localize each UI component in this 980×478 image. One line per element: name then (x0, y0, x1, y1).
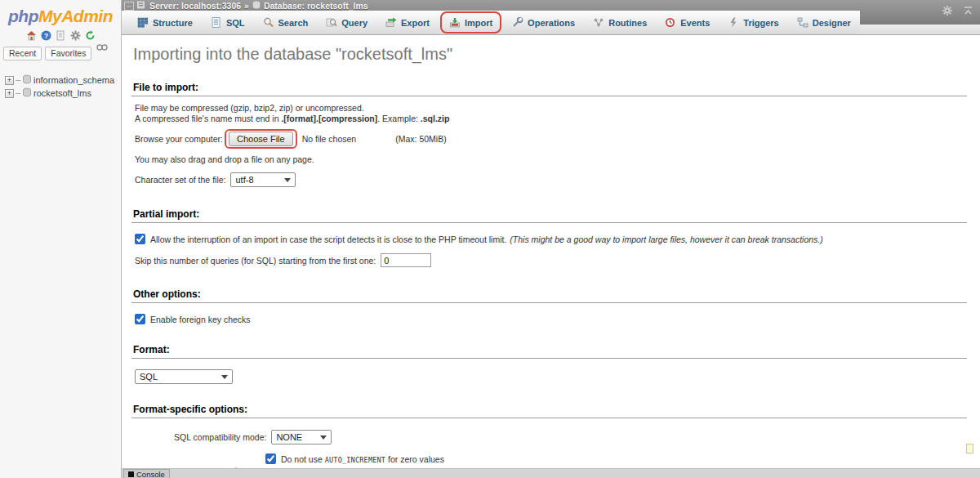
foreign-key-checkbox[interactable] (135, 314, 145, 324)
query-icon (326, 17, 337, 28)
expand-icon[interactable]: + (5, 76, 14, 85)
breadcrumb-server[interactable]: Server: localhost:3306 (149, 1, 241, 11)
recent-button[interactable]: Recent (3, 47, 42, 60)
tab-label: Import (465, 18, 492, 28)
database-icon (252, 1, 261, 11)
console-icon (128, 471, 134, 477)
tab-label: Structure (153, 18, 193, 28)
tab-designer[interactable]: Designer (788, 11, 860, 34)
phpmyadmin-app: phpMyAdmin ? Recent Favorites + informat… (0, 0, 980, 478)
tree-item-label[interactable]: rocketsoft_lms (33, 88, 91, 98)
max-upload-size: (Max: 50MiB) (395, 134, 446, 144)
autoinc-label-suffix: for zero values (385, 454, 444, 464)
tab-routines[interactable]: Routines (584, 11, 656, 34)
section-heading: Format: (131, 344, 967, 359)
tree-connector (16, 93, 20, 94)
skip-queries-input[interactable] (381, 253, 431, 267)
database-icon (22, 74, 32, 86)
tab-label: Routines (608, 18, 647, 28)
designer-icon (797, 17, 808, 28)
allow-interrupt-label: Allow the interruption of an import in c… (150, 235, 506, 244)
section-heading: File to import: (131, 82, 967, 96)
tab-label: Search (278, 18, 309, 28)
settings-icon[interactable] (70, 30, 81, 41)
logo-myadmin: MyAdmin (38, 7, 113, 25)
filename-rule: A compressed file's name must end in (135, 114, 281, 123)
menubar-right-icons (942, 5, 973, 18)
autoinc-keyword: AUTO_INCREMENT (325, 456, 385, 464)
tab-label: Triggers (743, 18, 778, 28)
breadcrumb-separator: » (244, 1, 249, 11)
database-tree: + information_schema + rocketsoft_lms (0, 74, 121, 100)
page-settings-gear-icon[interactable] (942, 5, 953, 18)
tab-import[interactable]: Import (440, 11, 501, 34)
expand-icon[interactable]: + (5, 89, 14, 98)
tab-export[interactable]: Export (376, 11, 439, 34)
chevron-down-icon (320, 436, 327, 440)
charset-value: utf-8 (235, 175, 253, 185)
events-icon (665, 17, 676, 28)
link-icon[interactable] (96, 42, 108, 52)
tab-label: Query (341, 18, 368, 28)
breadcrumb-database[interactable]: Database: rocketsoft_lms (264, 1, 368, 11)
page-title: Importing into the database "rocketsoft_… (133, 45, 980, 64)
routines-icon (593, 17, 604, 28)
tree-item-label[interactable]: information_schema (33, 75, 114, 85)
phpmyadmin-logo[interactable]: phpMyAdmin (0, 7, 121, 26)
console-label: Console (136, 470, 165, 478)
page-settings-icon[interactable] (966, 444, 973, 453)
navigation-sidebar: phpMyAdmin ? Recent Favorites + informat… (0, 0, 122, 478)
format-select[interactable]: SQL (135, 369, 233, 384)
filename-rule-mid: . Example: (377, 114, 421, 123)
other-options-section: Other options: Enable foreign key checks (131, 288, 967, 324)
help-icon[interactable]: ? (41, 30, 51, 41)
chevron-down-icon (221, 375, 228, 379)
sidebar-icon-toolbar: ? (0, 30, 121, 41)
format-value: SQL (140, 372, 158, 382)
tab-label: Events (680, 18, 710, 28)
tab-events[interactable]: Events (656, 11, 719, 34)
foreign-key-label: Enable foreign key checks (150, 315, 251, 324)
logo-php: php (8, 7, 38, 25)
tab-structure[interactable]: Structure (128, 11, 202, 34)
tree-item-rocketsoft-lms[interactable]: + rocketsoft_lms (0, 87, 121, 100)
autoinc-label-prefix: Do not use (281, 454, 325, 464)
section-heading: Partial import: (131, 208, 967, 223)
browse-label: Browse your computer: (135, 134, 223, 144)
skip-queries-label: Skip this number of queries (for SQL) st… (135, 256, 376, 266)
refresh-icon[interactable] (85, 30, 96, 41)
triggers-icon (728, 17, 739, 28)
sql-compat-label: SQL compatibility mode: (174, 432, 266, 442)
tab-triggers[interactable]: Triggers (719, 11, 787, 34)
no-autoincrement-checkbox[interactable] (265, 453, 276, 464)
choose-file-button[interactable]: Choose File (229, 132, 293, 146)
hide-navigation-button[interactable]: ← (124, 2, 134, 11)
tab-label: Designer (813, 18, 851, 28)
dragdrop-hint: You may also drag and drop a file on any… (135, 154, 314, 164)
sql-icon (211, 17, 222, 28)
favorites-button[interactable]: Favorites (45, 47, 91, 60)
tab-sql[interactable]: SQL (202, 11, 254, 34)
section-heading: Other options: (131, 288, 967, 303)
docs-icon[interactable] (56, 30, 66, 41)
charset-label: Character set of the file: (135, 175, 225, 185)
console-toggle[interactable]: Console (123, 469, 170, 478)
tab-query[interactable]: Query (317, 11, 376, 34)
choose-file-highlight: Choose File (225, 129, 297, 149)
chevron-down-icon (284, 178, 291, 182)
charset-select[interactable]: utf-8 (230, 172, 296, 187)
import-page: Importing into the database "rocketsoft_… (122, 35, 980, 468)
tree-item-information-schema[interactable]: + information_schema (0, 74, 121, 87)
tab-operations[interactable]: Operations (503, 11, 584, 34)
sql-compat-select[interactable]: NONE (271, 430, 332, 444)
operations-icon (512, 17, 523, 28)
format-section: Format: SQL (131, 344, 967, 384)
search-icon (263, 17, 274, 28)
allow-interrupt-checkbox[interactable] (135, 234, 145, 244)
export-icon (385, 17, 397, 28)
section-heading: Format-specific options: (131, 404, 967, 418)
home-icon[interactable] (26, 30, 37, 41)
format-specific-section: Format-specific options: SQL compatibili… (131, 404, 967, 464)
collapse-icon[interactable] (963, 6, 973, 17)
tab-search[interactable]: Search (254, 11, 318, 34)
